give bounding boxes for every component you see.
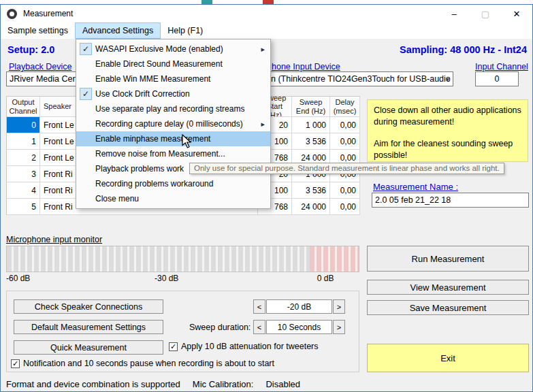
dropdown-arrow-icon: ▾ <box>446 76 449 83</box>
table-cell-channel[interactable]: 3 <box>7 166 40 182</box>
menu-item-win-mme[interactable]: Enable Win MME Measurement <box>76 71 270 86</box>
submenu-arrow-icon: ▸ <box>261 120 265 129</box>
menu-item-capture-delay[interactable]: Recording capture delay (0 milliseconds)… <box>76 116 270 131</box>
menu-item-close-menu[interactable]: Close menu <box>76 191 270 206</box>
measurement-settings-group: Check Speaker Connections < -20 dB > Def… <box>6 291 359 372</box>
run-measurement-button[interactable]: Run Measurement <box>367 246 529 272</box>
attenuation-checkbox[interactable]: ✓ Apply 10 dB attenuation for tweeters <box>169 342 319 351</box>
menu-item-separate-streams[interactable]: Use separate play and recording streams <box>76 101 270 116</box>
app-icon <box>7 9 17 19</box>
table-cell-channel[interactable]: 2 <box>7 150 40 166</box>
window-title: Measurement <box>23 9 73 18</box>
check-icon: ✓ <box>80 88 92 100</box>
check-speaker-connections-button[interactable]: Check Speaker Connections <box>14 299 163 314</box>
quick-measurement-button[interactable]: Quick Measurement <box>14 340 163 355</box>
menu-item-wasapi[interactable]: ✓ WASAPI Exclusive Mode (enabled) ▸ <box>76 42 270 56</box>
menu-sample-settings[interactable]: Sample settings <box>1 22 75 39</box>
menu-item-minphase[interactable]: Enable minphase measurement <box>76 131 270 146</box>
level-increase-button[interactable]: > <box>333 299 345 314</box>
notification-checkbox[interactable]: ✓ Notification and 10 seconds pause when… <box>11 359 274 368</box>
measurement-name-field[interactable]: 2.0 05 feb 21_22 18 <box>372 193 529 208</box>
mouse-cursor <box>182 134 193 149</box>
view-measurement-button[interactable]: View Measurement <box>367 280 529 295</box>
mic-level-meter <box>6 246 359 272</box>
advanced-settings-menu: ✓ WASAPI Exclusive Mode (enabled) ▸ Enab… <box>76 39 271 209</box>
status-bar: Format and device combination is support… <box>6 379 300 389</box>
duration-decrease-button[interactable]: < <box>253 320 265 334</box>
maximize-button[interactable]: ▢ <box>470 5 501 22</box>
minimize-button[interactable]: – <box>438 5 470 22</box>
column-header[interactable]: Output Channel <box>7 97 40 117</box>
mic-input-device-link[interactable]: hone Input Device <box>272 62 340 71</box>
mic-monitor-label: Microphone input monitor <box>6 235 102 244</box>
table-cell-end[interactable]: 3 536 <box>292 133 330 150</box>
table-cell-delay[interactable]: 0,00 <box>330 133 360 150</box>
default-measurement-settings-button[interactable]: Default Measurement Settings <box>14 320 163 334</box>
duration-increase-button[interactable]: > <box>333 320 345 334</box>
checkbox-icon[interactable]: ✓ <box>11 359 20 368</box>
menu-advanced-settings[interactable]: Advanced Settings <box>75 22 161 39</box>
menu-item-clock-drift[interactable]: ✓ Use Clock Drift Correction <box>76 86 270 101</box>
measurement-name-label: Measurement Name : <box>373 182 458 192</box>
menu-help[interactable]: Help (F1) <box>161 22 210 39</box>
level-decrease-button[interactable]: < <box>253 299 265 314</box>
menu-item-recording-problems[interactable]: Recording problems workaround <box>76 176 270 191</box>
mic-calibration-label: Mic Calibration: <box>193 379 254 389</box>
save-measurement-button[interactable]: Save Measurement <box>367 300 529 315</box>
tooltip: Only use for special purpose. Standard m… <box>189 163 504 174</box>
playback-device-link[interactable]: Playback Device <box>9 62 71 71</box>
table-cell-channel[interactable]: 1 <box>7 133 40 150</box>
column-header[interactable]: Delay (msec) <box>330 97 360 117</box>
table-cell-channel[interactable]: 4 <box>7 182 40 199</box>
input-channel-link[interactable]: Input Channel <box>475 62 528 71</box>
format-status: Format and device combination is support… <box>6 379 180 389</box>
titlebar: Measurement – ▢ ✕ <box>1 5 532 22</box>
sampling-label: Sampling: 48 000 Hz - Int24 <box>400 44 527 55</box>
close-button[interactable]: ✕ <box>501 5 532 22</box>
duration-value-field[interactable]: 10 Seconds <box>266 320 332 334</box>
input-channel-field[interactable]: 0 <box>475 71 519 86</box>
menu-item-direct-sound[interactable]: Enable Direct Sound Measurement <box>76 56 270 71</box>
menubar: Sample settings Advanced Settings Help (… <box>1 22 532 39</box>
meter-red-zone <box>310 246 359 272</box>
sweep-duration-label: Sweep duration: <box>189 323 251 332</box>
warning-note: Close down all other audio applications … <box>367 99 528 162</box>
table-cell-delay[interactable]: 0,00 <box>330 182 360 199</box>
table-cell-delay[interactable]: 0,00 <box>330 199 360 215</box>
table-cell-delay[interactable]: 0,00 <box>330 117 360 133</box>
meter-scale: -60 dB -30 dB 0 dB <box>6 274 359 283</box>
check-icon: ✓ <box>80 43 92 55</box>
table-cell-channel[interactable]: 0 <box>7 117 40 133</box>
menu-item-remove-noise[interactable]: Remove noise from Measurement... <box>76 146 270 161</box>
table-cell-end[interactable]: 24 000 <box>292 199 330 215</box>
app-window: Measurement – ▢ ✕ Sample settings Advanc… <box>0 4 533 392</box>
submenu-arrow-icon: ▸ <box>261 45 265 54</box>
setup-label: Setup: 2.0 <box>7 44 54 55</box>
level-value-field[interactable]: -20 dB <box>266 299 332 314</box>
column-header[interactable]: Sweep End (Hz) <box>292 97 330 117</box>
exit-button[interactable]: Exit <box>367 344 529 372</box>
mic-calibration-value: Disabled <box>265 379 300 389</box>
table-cell-end[interactable]: 1 000 <box>292 117 330 133</box>
table-cell-channel[interactable]: 5 <box>7 199 40 215</box>
checkbox-icon[interactable]: ✓ <box>169 342 178 351</box>
table-cell-end[interactable]: 3 536 <box>292 182 330 199</box>
